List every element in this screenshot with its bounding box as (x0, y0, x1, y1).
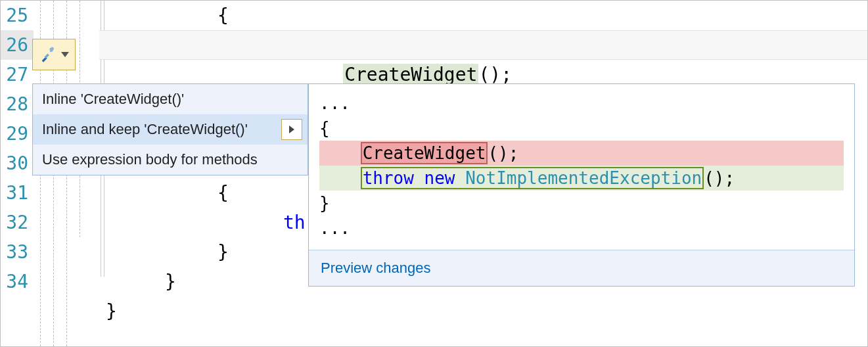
preview-changes-link[interactable]: Preview changes (321, 260, 431, 276)
line-number: 32 (1, 208, 34, 237)
preview-footer: Preview changes (309, 250, 854, 286)
quick-actions-button[interactable] (32, 39, 76, 70)
line-number: 31 (1, 178, 34, 208)
menu-item-2[interactable]: Use expression body for methods (33, 145, 308, 175)
line-number: 25 (1, 1, 34, 30)
submenu-arrow[interactable] (281, 119, 302, 140)
chevron-down-icon (61, 52, 69, 57)
preview-ellipsis-top: ... (319, 91, 844, 116)
line-number: 28 (1, 89, 34, 119)
line-number: 26 (1, 30, 34, 60)
preview-removed-line: CreateWidget(); (319, 141, 844, 166)
line-number: 27 (1, 60, 34, 89)
line-number-gutter: 25262728293031323334 (1, 1, 34, 346)
code-brace-close-1: } (165, 267, 176, 296)
line-number: 29 (1, 119, 34, 149)
code-brace-close-0: } (106, 296, 117, 326)
screwdriver-icon (39, 45, 57, 64)
preview-diff: ... { CreateWidget(); throw new NotImple… (309, 84, 854, 250)
line-number: 34 (1, 267, 34, 296)
preview-ellipsis-bottom: ... (319, 216, 844, 241)
menu-item-0[interactable]: Inline 'CreateWidget()' (33, 84, 308, 114)
quick-actions-menu: Inline 'CreateWidget()'Inline and keep '… (32, 83, 308, 175)
chevron-right-icon (289, 126, 294, 133)
menu-item-1[interactable]: Inline and keep 'CreateWidget()' (33, 114, 308, 145)
preview-close-brace: } (319, 191, 844, 216)
code-partial-throw: th (283, 208, 306, 237)
code-brace-open-2: { (217, 178, 229, 208)
line-number: 33 (1, 237, 34, 267)
code-brace-close-2: } (217, 237, 229, 267)
preview-added-line: throw new NotImplementedException(); (319, 166, 844, 191)
line-number: 30 (1, 149, 34, 178)
code-brace-open: { (217, 1, 229, 30)
code-call-createwidget: CreateWidget(); (277, 30, 512, 60)
preview-open-brace: { (319, 116, 844, 141)
refactor-preview-pane: ... { CreateWidget(); throw new NotImple… (308, 83, 855, 287)
